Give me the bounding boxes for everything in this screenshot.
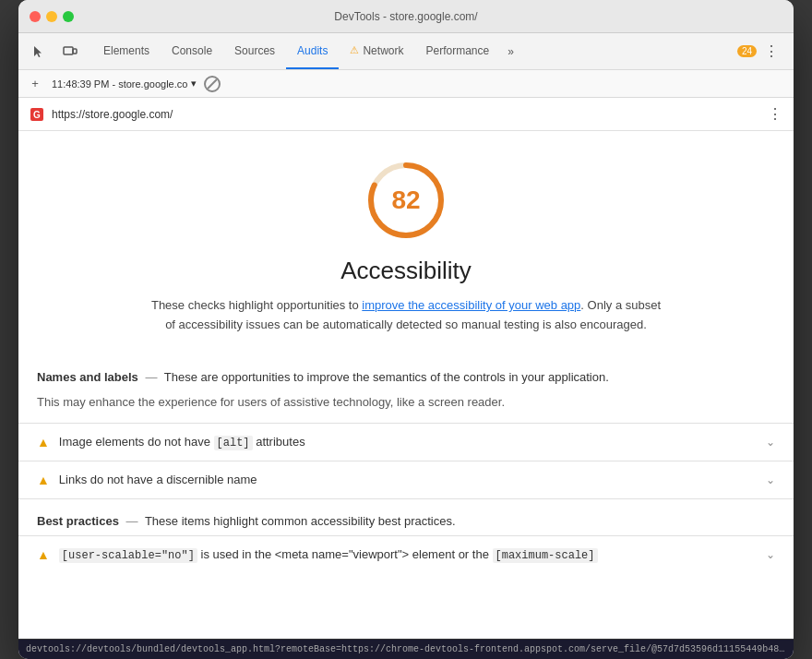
expand-chevron-icon: ⌄ [766,436,775,449]
main-content: 82 Accessibility These checks highlight … [18,131,794,639]
traffic-lights [30,11,74,22]
warning-triangle-icon: ▲ [37,435,50,449]
titlebar: DevTools - store.google.com/ [18,0,794,33]
audit-description: These checks highlight opportunities to … [148,296,664,335]
tab-network[interactable]: ⚠ Network [339,33,414,69]
window-title: DevTools - store.google.com/ [334,10,477,23]
audit-description-link[interactable]: improve the accessibility of your web ap… [362,298,580,312]
more-tabs-button[interactable]: » [500,33,521,69]
tab-sources[interactable]: Sources [223,33,286,69]
toolbar-icons [26,39,83,65]
score-section: 82 Accessibility These checks highlight … [18,131,794,353]
cursor-tool-button[interactable] [26,39,52,65]
alt-code: [alt] [214,436,253,450]
warning-count-badge: 24 [737,45,757,57]
score-circle: 82 [364,159,448,242]
devtools-window: DevTools - store.google.com/ Elements Co… [18,0,794,659]
best-practices-section-header: Best practices — These items highlight c… [18,498,794,535]
block-requests-icon[interactable] [204,76,221,92]
statusbar-url: devtools://devtools/bundled/devtools_app… [26,644,786,654]
audit-item-alt-text-label: Image elements do not have [alt] attribu… [59,435,757,449]
svg-rect-0 [64,47,73,54]
url-menu-button[interactable]: ⋮ [768,105,782,123]
audit-item-user-scalable-label: [user-scalable="no"] is used in the <met… [59,547,757,562]
score-number: 82 [391,186,420,215]
user-scalable-code: [user-scalable="no"] [59,548,197,563]
maximize-button[interactable] [63,11,74,22]
toolbar-menu-button[interactable]: ⋮ [757,42,786,60]
names-labels-subtext: This may enhance the experience for user… [18,393,794,423]
audit-item-user-scalable[interactable]: ▲ [user-scalable="no"] is used in the <m… [18,535,794,573]
audit-item-link-name[interactable]: ▲ Links do not have a discernible name ⌄ [18,461,794,498]
audit-item-alt-text[interactable]: ▲ Image elements do not have [alt] attri… [18,423,794,461]
tab-performance[interactable]: Performance [414,33,500,69]
expand-chevron-icon-3: ⌄ [766,548,775,561]
warning-triangle-icon-3: ▲ [37,547,50,562]
toolbar-tabs: Elements Console Sources Audits ⚠ Networ… [92,33,730,69]
svg-rect-1 [73,49,77,54]
page-favicon: G [30,107,44,122]
network-warning-icon: ⚠ [350,44,359,56]
tab-console[interactable]: Console [161,33,223,69]
warning-triangle-icon-2: ▲ [37,473,50,487]
audit-item-link-name-label: Links do not have a discernible name [59,473,757,486]
audit-category-title: Accessibility [340,257,472,285]
names-labels-section-header: Names and labels — These are opportuniti… [18,353,794,394]
maximum-scale-code: [maximum-scale] [493,548,598,563]
devtools-toolbar: Elements Console Sources Audits ⚠ Networ… [18,33,794,70]
expand-chevron-icon-2: ⌄ [766,473,775,486]
url-bar: G https://store.google.com/ ⋮ [18,98,794,131]
statusbar: devtools://devtools/bundled/devtools_app… [18,639,794,659]
timestamp-display: 11:48:39 PM - store.google.co ▾ [52,78,197,90]
minimize-button[interactable] [46,11,57,22]
close-button[interactable] [30,11,41,22]
new-tab-button[interactable]: + [26,75,44,93]
svg-text:G: G [33,110,41,120]
secondary-toolbar: + 11:48:39 PM - store.google.co ▾ [18,70,794,98]
timestamp-dropdown-icon: ▾ [191,78,197,90]
tab-elements[interactable]: Elements [92,33,161,69]
url-display: https://store.google.com/ [52,108,768,121]
device-toggle-button[interactable] [57,39,83,65]
tab-audits[interactable]: Audits [286,33,339,69]
